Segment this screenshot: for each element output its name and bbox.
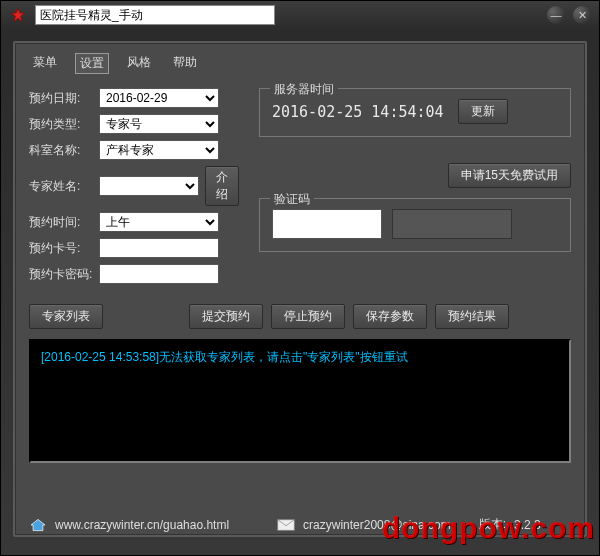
- expert-list-button[interactable]: 专家列表: [29, 304, 103, 329]
- select-dept[interactable]: 产科专家: [99, 140, 219, 160]
- result-button[interactable]: 预约结果: [435, 304, 509, 329]
- window-title: [35, 5, 275, 25]
- select-type[interactable]: 专家号: [99, 114, 219, 134]
- server-time-box: 服务器时间 2016-02-25 14:54:04 更新: [259, 88, 571, 137]
- footer-url[interactable]: www.crazywinter.cn/guahao.html: [55, 518, 229, 532]
- label-expert: 专家姓名:: [29, 178, 99, 195]
- footer-email[interactable]: crazywinter2008@sina.com: [303, 518, 451, 532]
- server-time-value: 2016-02-25 14:54:04: [272, 103, 444, 121]
- titlebar: — ✕: [1, 1, 599, 29]
- menu-style[interactable]: 风格: [123, 53, 155, 74]
- menubar: 菜单 设置 风格 帮助: [29, 53, 571, 74]
- label-time: 预约时间:: [29, 214, 99, 231]
- captcha-image[interactable]: [272, 209, 382, 239]
- refresh-button[interactable]: 更新: [458, 99, 508, 124]
- action-buttons: 专家列表 提交预约 停止预约 保存参数 预约结果: [29, 304, 571, 329]
- minimize-button[interactable]: —: [547, 6, 565, 24]
- captcha-legend: 验证码: [270, 191, 314, 208]
- save-button[interactable]: 保存参数: [353, 304, 427, 329]
- server-time-legend: 服务器时间: [270, 81, 338, 98]
- submit-button[interactable]: 提交预约: [189, 304, 263, 329]
- captcha-input[interactable]: [392, 209, 512, 239]
- menu-settings[interactable]: 设置: [75, 53, 109, 74]
- label-date: 预约日期:: [29, 90, 99, 107]
- label-type: 预约类型:: [29, 116, 99, 133]
- app-body: 菜单 设置 风格 帮助 预约日期: 2016-02-29 预约类型: 专家号 科…: [13, 41, 587, 537]
- version-label: 版本:: [479, 516, 506, 533]
- stop-button[interactable]: 停止预约: [271, 304, 345, 329]
- mail-icon: [277, 519, 295, 531]
- select-time[interactable]: 上午: [99, 212, 219, 232]
- label-dept: 科室名称:: [29, 142, 99, 159]
- window-frame: — ✕ 菜单 设置 风格 帮助 预约日期: 2016-02-29 预约类型: 专…: [0, 0, 600, 556]
- svg-marker-0: [11, 8, 24, 21]
- footer: www.crazywinter.cn/guahao.html crazywint…: [29, 516, 571, 533]
- version-value: 3.2.3: [514, 518, 541, 532]
- trial-button[interactable]: 申请15天免费试用: [448, 163, 571, 188]
- log-panel[interactable]: [2016-02-25 14:53:58]无法获取专家列表，请点击"专家列表"按…: [29, 339, 571, 463]
- captcha-box: 验证码: [259, 198, 571, 252]
- close-button[interactable]: ✕: [573, 6, 591, 24]
- select-expert[interactable]: [99, 176, 199, 196]
- menu-main[interactable]: 菜单: [29, 53, 61, 74]
- home-icon: [29, 518, 47, 532]
- select-date[interactable]: 2016-02-29: [99, 88, 219, 108]
- menu-help[interactable]: 帮助: [169, 53, 201, 74]
- svg-marker-1: [31, 519, 45, 530]
- log-line: [2016-02-25 14:53:58]无法获取专家列表，请点击"专家列表"按…: [41, 349, 559, 366]
- label-card: 预约卡号:: [29, 240, 99, 257]
- window-controls: — ✕: [547, 6, 591, 24]
- booking-form: 预约日期: 2016-02-29 预约类型: 专家号 科室名称: 产科专家 专家…: [29, 88, 239, 284]
- input-card[interactable]: [99, 238, 219, 258]
- intro-button[interactable]: 介绍: [205, 166, 239, 206]
- input-password[interactable]: [99, 264, 219, 284]
- label-pwd: 预约卡密码:: [29, 266, 99, 283]
- app-icon: [9, 6, 27, 24]
